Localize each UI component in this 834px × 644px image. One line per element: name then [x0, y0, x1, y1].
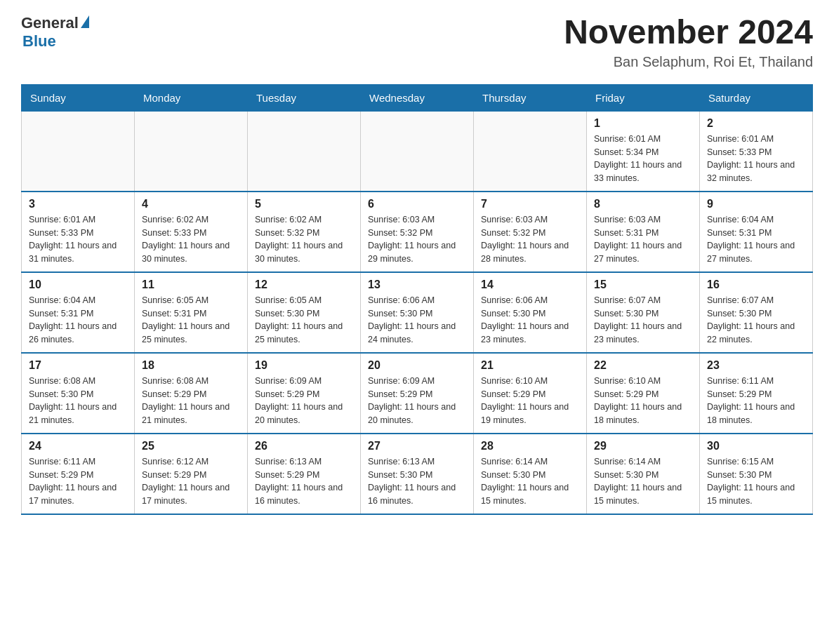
day-number: 11: [142, 279, 240, 291]
calendar-cell: 17Sunrise: 6:08 AMSunset: 5:30 PMDayligh…: [22, 353, 135, 434]
day-info: Sunrise: 6:01 AMSunset: 5:34 PMDaylight:…: [594, 133, 692, 185]
day-info: Sunrise: 6:03 AMSunset: 5:32 PMDaylight:…: [481, 213, 579, 266]
calendar-week-row: 10Sunrise: 6:04 AMSunset: 5:31 PMDayligh…: [22, 272, 813, 353]
day-info: Sunrise: 6:02 AMSunset: 5:32 PMDaylight:…: [255, 213, 353, 266]
day-info: Sunrise: 6:09 AMSunset: 5:29 PMDaylight:…: [368, 375, 466, 427]
calendar-cell: 18Sunrise: 6:08 AMSunset: 5:29 PMDayligh…: [135, 353, 248, 434]
calendar-cell: 28Sunrise: 6:14 AMSunset: 5:30 PMDayligh…: [474, 434, 587, 514]
day-info: Sunrise: 6:08 AMSunset: 5:30 PMDaylight:…: [29, 375, 127, 427]
day-number: 22: [594, 359, 692, 372]
calendar-cell: 11Sunrise: 6:05 AMSunset: 5:31 PMDayligh…: [135, 272, 248, 353]
logo-blue-text: Blue: [22, 32, 56, 51]
day-number: 4: [142, 198, 240, 210]
calendar-cell: 23Sunrise: 6:11 AMSunset: 5:29 PMDayligh…: [700, 353, 813, 434]
day-number: 19: [255, 359, 353, 372]
day-number: 12: [255, 279, 353, 291]
calendar-cell: 8Sunrise: 6:03 AMSunset: 5:31 PMDaylight…: [587, 192, 700, 272]
day-info: Sunrise: 6:01 AMSunset: 5:33 PMDaylight:…: [707, 133, 805, 185]
calendar-cell: 3Sunrise: 6:01 AMSunset: 5:33 PMDaylight…: [22, 192, 135, 272]
calendar-week-row: 1Sunrise: 6:01 AMSunset: 5:34 PMDaylight…: [22, 111, 813, 192]
calendar-cell: [248, 111, 361, 192]
day-info: Sunrise: 6:08 AMSunset: 5:29 PMDaylight:…: [142, 375, 240, 427]
calendar-cell: 15Sunrise: 6:07 AMSunset: 5:30 PMDayligh…: [587, 272, 700, 353]
calendar-cell: 26Sunrise: 6:13 AMSunset: 5:29 PMDayligh…: [248, 434, 361, 514]
weekday-header-sunday: Sunday: [22, 84, 135, 111]
day-number: 27: [368, 440, 466, 452]
day-info: Sunrise: 6:06 AMSunset: 5:30 PMDaylight:…: [368, 294, 466, 347]
day-info: Sunrise: 6:07 AMSunset: 5:30 PMDaylight:…: [594, 294, 692, 347]
calendar-cell: 29Sunrise: 6:14 AMSunset: 5:30 PMDayligh…: [587, 434, 700, 514]
day-info: Sunrise: 6:05 AMSunset: 5:31 PMDaylight:…: [142, 294, 240, 347]
calendar-cell: [361, 111, 474, 192]
day-number: 9: [707, 198, 805, 210]
day-number: 20: [368, 359, 466, 372]
calendar-cell: 12Sunrise: 6:05 AMSunset: 5:30 PMDayligh…: [248, 272, 361, 353]
day-number: 6: [368, 198, 466, 210]
calendar-cell: 4Sunrise: 6:02 AMSunset: 5:33 PMDaylight…: [135, 192, 248, 272]
day-info: Sunrise: 6:07 AMSunset: 5:30 PMDaylight:…: [707, 294, 805, 347]
day-number: 24: [29, 440, 127, 452]
day-info: Sunrise: 6:13 AMSunset: 5:29 PMDaylight:…: [255, 455, 353, 508]
day-info: Sunrise: 6:10 AMSunset: 5:29 PMDaylight:…: [481, 375, 579, 427]
weekday-header-friday: Friday: [587, 84, 700, 111]
day-number: 8: [594, 198, 692, 210]
calendar-week-row: 24Sunrise: 6:11 AMSunset: 5:29 PMDayligh…: [22, 434, 813, 514]
calendar-cell: 14Sunrise: 6:06 AMSunset: 5:30 PMDayligh…: [474, 272, 587, 353]
calendar-week-row: 17Sunrise: 6:08 AMSunset: 5:30 PMDayligh…: [22, 353, 813, 434]
calendar-cell: 9Sunrise: 6:04 AMSunset: 5:31 PMDaylight…: [700, 192, 813, 272]
calendar-cell: 10Sunrise: 6:04 AMSunset: 5:31 PMDayligh…: [22, 272, 135, 353]
calendar-body: 1Sunrise: 6:01 AMSunset: 5:34 PMDaylight…: [22, 111, 813, 514]
day-info: Sunrise: 6:09 AMSunset: 5:29 PMDaylight:…: [255, 375, 353, 427]
day-number: 26: [255, 440, 353, 452]
calendar-cell: 25Sunrise: 6:12 AMSunset: 5:29 PMDayligh…: [135, 434, 248, 514]
calendar-cell: 13Sunrise: 6:06 AMSunset: 5:30 PMDayligh…: [361, 272, 474, 353]
day-info: Sunrise: 6:12 AMSunset: 5:29 PMDaylight:…: [142, 455, 240, 508]
day-info: Sunrise: 6:11 AMSunset: 5:29 PMDaylight:…: [29, 455, 127, 508]
day-info: Sunrise: 6:04 AMSunset: 5:31 PMDaylight:…: [707, 213, 805, 266]
day-number: 29: [594, 440, 692, 452]
calendar-table: SundayMondayTuesdayWednesdayThursdayFrid…: [21, 84, 813, 515]
weekday-header-wednesday: Wednesday: [361, 84, 474, 111]
calendar-cell: 21Sunrise: 6:10 AMSunset: 5:29 PMDayligh…: [474, 353, 587, 434]
calendar-cell: 5Sunrise: 6:02 AMSunset: 5:32 PMDaylight…: [248, 192, 361, 272]
calendar-week-row: 3Sunrise: 6:01 AMSunset: 5:33 PMDaylight…: [22, 192, 813, 272]
header-right: November 2024 Ban Selaphum, Roi Et, Thai…: [564, 14, 813, 70]
weekday-header-thursday: Thursday: [474, 84, 587, 111]
day-number: 21: [481, 359, 579, 372]
day-number: 17: [29, 359, 127, 372]
calendar-cell: [474, 111, 587, 192]
day-number: 2: [707, 117, 805, 130]
day-number: 23: [707, 359, 805, 372]
day-info: Sunrise: 6:10 AMSunset: 5:29 PMDaylight:…: [594, 375, 692, 427]
day-info: Sunrise: 6:06 AMSunset: 5:30 PMDaylight:…: [481, 294, 579, 347]
calendar-cell: 20Sunrise: 6:09 AMSunset: 5:29 PMDayligh…: [361, 353, 474, 434]
logo-triangle-icon: [81, 15, 89, 28]
weekday-header-tuesday: Tuesday: [248, 84, 361, 111]
day-info: Sunrise: 6:13 AMSunset: 5:30 PMDaylight:…: [368, 455, 466, 508]
day-number: 30: [707, 440, 805, 452]
calendar-cell: 27Sunrise: 6:13 AMSunset: 5:30 PMDayligh…: [361, 434, 474, 514]
day-number: 28: [481, 440, 579, 452]
day-info: Sunrise: 6:15 AMSunset: 5:30 PMDaylight:…: [707, 455, 805, 508]
logo-general-text: General: [21, 14, 79, 32]
day-info: Sunrise: 6:02 AMSunset: 5:33 PMDaylight:…: [142, 213, 240, 266]
weekday-header-saturday: Saturday: [700, 84, 813, 111]
location-subtitle: Ban Selaphum, Roi Et, Thailand: [564, 54, 813, 70]
day-info: Sunrise: 6:05 AMSunset: 5:30 PMDaylight:…: [255, 294, 353, 347]
calendar-cell: 7Sunrise: 6:03 AMSunset: 5:32 PMDaylight…: [474, 192, 587, 272]
day-number: 10: [29, 279, 127, 291]
page-header: General Blue November 2024 Ban Selaphum,…: [21, 14, 813, 70]
weekday-header-monday: Monday: [135, 84, 248, 111]
day-info: Sunrise: 6:14 AMSunset: 5:30 PMDaylight:…: [594, 455, 692, 508]
day-number: 16: [707, 279, 805, 291]
day-number: 18: [142, 359, 240, 372]
calendar-cell: 16Sunrise: 6:07 AMSunset: 5:30 PMDayligh…: [700, 272, 813, 353]
day-info: Sunrise: 6:03 AMSunset: 5:31 PMDaylight:…: [594, 213, 692, 266]
month-title: November 2024: [564, 14, 813, 51]
calendar-cell: 30Sunrise: 6:15 AMSunset: 5:30 PMDayligh…: [700, 434, 813, 514]
day-info: Sunrise: 6:14 AMSunset: 5:30 PMDaylight:…: [481, 455, 579, 508]
day-number: 25: [142, 440, 240, 452]
calendar-cell: 24Sunrise: 6:11 AMSunset: 5:29 PMDayligh…: [22, 434, 135, 514]
day-info: Sunrise: 6:03 AMSunset: 5:32 PMDaylight:…: [368, 213, 466, 266]
day-number: 1: [594, 117, 692, 130]
